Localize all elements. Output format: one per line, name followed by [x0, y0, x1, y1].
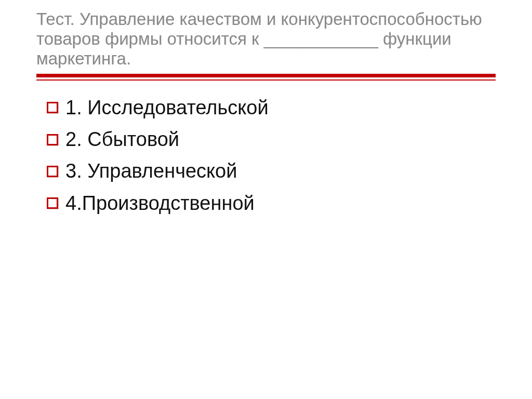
square-bullet-icon — [47, 102, 58, 113]
slide: Тест. Управление качеством и конкурентос… — [0, 0, 532, 399]
rule-thick — [36, 74, 496, 77]
horizontal-rule — [36, 74, 496, 82]
option-label: 3. Управленческой — [65, 158, 237, 184]
option-label: 4.Производственной — [65, 190, 255, 217]
rule-thin — [36, 79, 496, 81]
option-label: 2. Сбытовой — [65, 126, 179, 153]
slide-title: Тест. Управление качеством и конкурентос… — [36, 9, 496, 69]
square-bullet-icon — [47, 134, 58, 145]
option-label: 1. Исследовательской — [65, 95, 269, 121]
square-bullet-icon — [47, 166, 58, 177]
option-4[interactable]: 4.Производственной — [47, 190, 496, 217]
option-2[interactable]: 2. Сбытовой — [47, 126, 496, 153]
option-3[interactable]: 3. Управленческой — [47, 158, 496, 184]
options-list: 1. Исследовательской 2. Сбытовой 3. Упра… — [47, 95, 496, 217]
option-1[interactable]: 1. Исследовательской — [47, 95, 496, 121]
square-bullet-icon — [47, 197, 58, 209]
